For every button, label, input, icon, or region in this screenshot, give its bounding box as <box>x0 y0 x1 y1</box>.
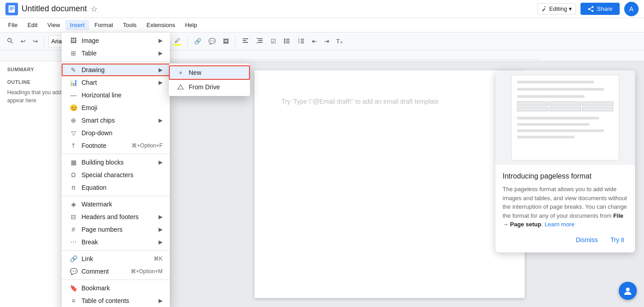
table-icon: ⊞ <box>69 50 78 57</box>
break-arrow: ▶ <box>159 239 163 245</box>
menu-item-comment[interactable]: 💬 Comment ⌘+Option+M <box>62 265 170 278</box>
menu-divider-3 <box>62 196 170 196</box>
doc-title[interactable]: Untitled document <box>22 4 87 14</box>
comment-shortcut: ⌘+Option+M <box>131 268 163 275</box>
share-label: Share <box>597 5 612 12</box>
search-button[interactable] <box>4 35 16 47</box>
image-toolbar-button[interactable]: 🖼 <box>220 36 231 46</box>
preview-cell-4 <box>517 107 549 111</box>
menu-view[interactable]: View <box>43 20 64 30</box>
star-icon[interactable]: ☆ <box>91 4 98 14</box>
submenu-item-from-drive[interactable]: From Drive <box>169 80 250 94</box>
line-spacing-button[interactable] <box>254 35 266 47</box>
menu-item-break[interactable]: ⋯ Break ▶ <box>62 236 170 248</box>
horizontal-line-icon: — <box>69 92 78 99</box>
try-it-button[interactable]: Try it <box>607 234 628 245</box>
image-icon: 🖼 <box>69 37 78 44</box>
comment-toolbar-button[interactable]: 💬 <box>206 36 218 46</box>
highlight-color-button[interactable]: 🖊 <box>171 35 184 47</box>
menu-item-watermark[interactable]: ◈ Watermark <box>62 198 170 211</box>
clear-formatting-button[interactable]: Tₓ <box>334 36 345 46</box>
numbered-list-button[interactable]: 1.2.3. <box>295 35 308 47</box>
menu-item-emoji[interactable]: 😊 Emoji <box>62 101 170 114</box>
app-icon <box>5 3 18 15</box>
content-area: Try 'Type \''@Email draft\'' to add an e… <box>135 61 644 307</box>
menu-item-smart-chips-label: Smart chips <box>82 117 159 124</box>
menu-item-special-characters[interactable]: Ω Special characters <box>62 169 170 181</box>
menu-divider-5 <box>62 280 170 280</box>
comment-icon: 💬 <box>69 268 78 275</box>
menu-item-drop-down[interactable]: ▽ Drop-down <box>62 127 170 139</box>
svg-rect-0 <box>9 5 15 13</box>
menu-item-chart[interactable]: 📊 Chart ▶ <box>62 76 170 89</box>
bullet-list-button[interactable] <box>281 35 293 47</box>
menu-tools[interactable]: Tools <box>118 20 141 30</box>
editing-mode[interactable]: Editing ▾ <box>537 3 576 14</box>
submenu-item-new[interactable]: + New <box>169 65 250 80</box>
menu-item-table-of-contents[interactable]: ≡ Table of contents ▶ <box>62 294 170 307</box>
menu-item-bookmark[interactable]: 🔖 Bookmark <box>62 282 170 294</box>
indent-decrease-button[interactable]: ⇤ <box>309 36 320 46</box>
submenu-item-from-drive-label: From Drive <box>189 83 220 91</box>
menu-item-drawing-label: Drawing <box>82 66 159 73</box>
menu-item-drawing[interactable]: ✎ Drawing ▶ + New From Drive <box>62 64 170 76</box>
dismiss-button[interactable]: Dismiss <box>572 234 601 245</box>
undo-button[interactable]: ↩ <box>18 36 28 46</box>
from-drive-icon <box>176 84 185 90</box>
table-of-contents-icon: ≡ <box>69 297 78 304</box>
menu-format[interactable]: Format <box>90 20 118 30</box>
bookmark-icon: 🔖 <box>69 284 78 292</box>
menu-item-headers-footers[interactable]: ⊟ Headers and footers ▶ <box>62 211 170 223</box>
learn-more-link[interactable]: Learn more <box>544 221 574 228</box>
menu-divider-1 <box>62 61 170 62</box>
menu-item-bookmark-label: Bookmark <box>82 284 163 292</box>
link-toolbar-button[interactable]: 🔗 <box>191 36 204 46</box>
svg-point-4 <box>8 38 11 42</box>
preview-cell-5 <box>549 107 581 111</box>
table-of-contents-arrow: ▶ <box>159 298 163 304</box>
menu-item-headers-footers-label: Headers and footers <box>82 213 159 220</box>
footnote-icon: † <box>69 142 78 149</box>
svg-line-5 <box>11 42 13 44</box>
account-circle[interactable] <box>619 282 637 300</box>
editing-mode-label: Editing <box>549 5 567 12</box>
preview-line-1 <box>517 81 594 83</box>
menu-insert[interactable]: Insert <box>65 20 89 30</box>
menu-divider-4 <box>62 250 170 251</box>
menu-item-link[interactable]: 🔗 Link ⌘K <box>62 252 170 265</box>
menu-edit[interactable]: Edit <box>23 20 42 30</box>
menu-item-page-numbers[interactable]: # Page numbers ▶ <box>62 223 170 236</box>
menu-item-horizontal-line[interactable]: — Horizontal line <box>62 89 170 101</box>
menu-item-drop-down-label: Drop-down <box>82 129 163 137</box>
preview-line-7 <box>517 136 575 138</box>
menu-item-image[interactable]: 🖼 Image ▶ <box>62 34 170 47</box>
menu-help[interactable]: Help <box>181 20 202 30</box>
menu-extensions[interactable]: Extensions <box>142 20 180 30</box>
svg-point-27 <box>626 288 630 291</box>
indent-increase-button[interactable]: ⇥ <box>322 36 332 46</box>
menu-file[interactable]: File <box>4 20 22 30</box>
title-bar: Untitled document ☆ Editing ▾ Share A <box>0 0 644 18</box>
toolbar-divider-4 <box>187 36 188 47</box>
share-button[interactable]: Share <box>581 3 620 15</box>
equation-icon: π <box>69 184 78 191</box>
menu-item-footnote[interactable]: † Footnote ⌘+Option+F <box>62 139 170 152</box>
menu-item-image-label: Image <box>82 37 159 44</box>
menu-item-equation[interactable]: π Equation <box>62 181 170 194</box>
checklist-button[interactable]: ☑ <box>268 36 279 46</box>
menu-item-smart-chips[interactable]: ⊕ Smart chips ▶ <box>62 114 170 127</box>
alignment-button[interactable] <box>239 35 252 47</box>
image-arrow: ▶ <box>159 37 163 44</box>
title-bar-right: Editing ▾ Share A <box>537 2 639 16</box>
table-arrow: ▶ <box>159 50 163 56</box>
svg-point-14 <box>284 42 285 44</box>
avatar[interactable]: A <box>624 2 639 16</box>
menu-item-table[interactable]: ⊞ Table ▶ <box>62 47 170 60</box>
menu-item-building-blocks[interactable]: ▦ Building blocks ▶ <box>62 156 170 169</box>
submenu-item-new-label: New <box>189 69 201 76</box>
preview-cell-1 <box>517 101 549 106</box>
redo-button[interactable]: ↪ <box>30 36 41 46</box>
doc-page[interactable]: Try 'Type \''@Email draft\'' to add an e… <box>254 70 525 298</box>
preview-cell-6 <box>582 107 613 111</box>
info-card-body: Introducing pageless format The pageless… <box>495 165 635 252</box>
